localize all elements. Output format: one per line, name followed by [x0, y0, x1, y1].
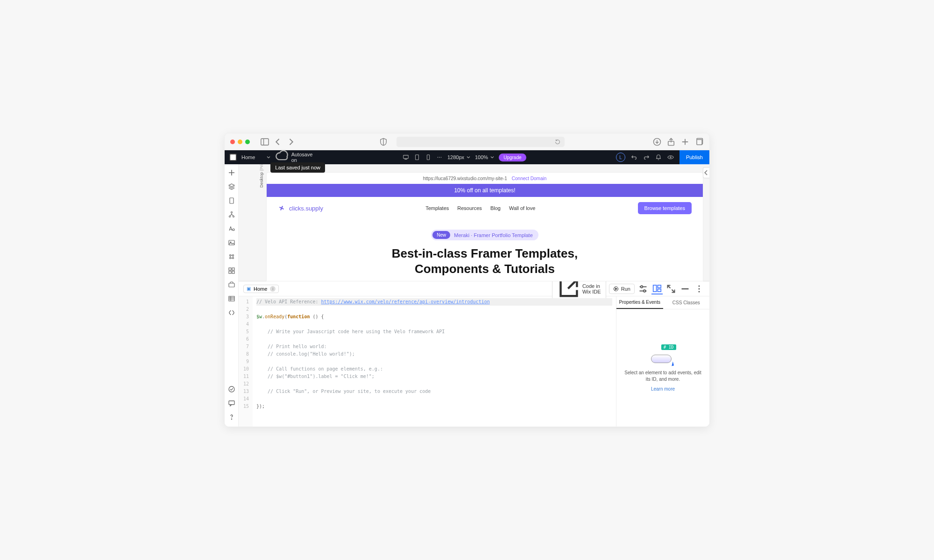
notifications-icon[interactable]: [655, 154, 662, 161]
autosave-status[interactable]: Autosave on Last saved just now: [275, 150, 312, 164]
svg-marker-19: [229, 184, 234, 187]
preview-icon[interactable]: [667, 154, 674, 161]
svg-rect-39: [229, 283, 234, 287]
panel-tabs: Properties & Events CSS Classes: [616, 296, 709, 309]
code-icon[interactable]: [228, 309, 235, 316]
publish-button[interactable]: Publish: [679, 150, 709, 164]
svg-rect-25: [229, 240, 234, 245]
breakpoint-label: Desktop (Primary) ▫: [259, 164, 264, 188]
id-box-icon: [651, 355, 672, 363]
site-nav: clicks.supply Templates Resources Blog W…: [267, 197, 703, 219]
svg-rect-9: [403, 155, 409, 159]
pages-icon[interactable]: [228, 197, 235, 204]
minimize-panel-icon[interactable]: [679, 283, 691, 294]
window-minimize-icon[interactable]: [238, 140, 242, 144]
sidebar-toggle-icon[interactable]: [260, 137, 269, 147]
code-settings-icon[interactable]: [637, 283, 649, 294]
window-close-icon[interactable]: [230, 140, 235, 144]
autosave-label: Autosave on: [291, 152, 313, 163]
tabs-overview-icon[interactable]: [694, 137, 704, 147]
hero-pill[interactable]: New Meraki · Framer Portfolio Template: [431, 230, 538, 240]
site-structure-icon[interactable]: [228, 211, 235, 218]
upgrade-button[interactable]: Upgrade: [499, 154, 526, 161]
svg-rect-55: [658, 289, 661, 292]
typography-icon[interactable]: [228, 225, 235, 232]
code-toolbar: ▣ Home i Code in Wix IDE Run: [239, 281, 709, 296]
help-icon[interactable]: [228, 413, 235, 421]
svg-rect-11: [415, 155, 418, 160]
share-icon[interactable]: [666, 137, 676, 147]
layers-icon[interactable]: [228, 183, 235, 190]
svg-point-16: [670, 157, 672, 158]
zoom-selector[interactable]: 100%: [475, 154, 494, 160]
autosave-tooltip: Last saved just now: [270, 162, 325, 173]
browser-url-bar[interactable]: [396, 137, 565, 147]
code-file-tab[interactable]: ▣ Home i: [243, 285, 279, 293]
svg-point-46: [231, 419, 232, 419]
device-tablet-icon[interactable]: [414, 154, 420, 161]
code-lines[interactable]: // Velo API Reference: https://www.wix.c…: [253, 296, 616, 427]
tab-css-classes[interactable]: CSS Classes: [663, 296, 710, 309]
site-nav-links: Templates Resources Blog Wall of love: [425, 205, 535, 211]
run-button[interactable]: Run: [609, 284, 635, 294]
app-logo-icon[interactable]: [229, 154, 237, 161]
new-tab-icon[interactable]: [680, 137, 690, 147]
media-icon[interactable]: [228, 239, 235, 246]
nav-forward-icon[interactable]: [286, 137, 296, 147]
device-more-icon[interactable]: [436, 154, 443, 161]
nav-back-icon[interactable]: [273, 137, 283, 147]
nav-link-templates[interactable]: Templates: [425, 205, 449, 211]
properties-panel-icon[interactable]: [651, 283, 663, 294]
svg-rect-36: [232, 268, 234, 270]
nav-link-blog[interactable]: Blog: [490, 205, 501, 211]
svg-point-14: [439, 157, 440, 158]
nav-link-resources[interactable]: Resources: [457, 205, 482, 211]
browse-templates-button[interactable]: Browse templates: [638, 202, 692, 214]
learn-more-link[interactable]: Learn more: [651, 386, 675, 392]
user-avatar[interactable]: L: [616, 153, 625, 162]
database-icon[interactable]: [228, 295, 235, 302]
downloads-icon[interactable]: [652, 137, 662, 147]
svg-rect-0: [261, 139, 269, 145]
comments-icon[interactable]: [228, 399, 235, 407]
expand-panel-icon[interactable]: [665, 283, 677, 294]
site-brand[interactable]: clicks.supply: [278, 204, 323, 212]
cms-icon[interactable]: [228, 253, 235, 260]
site-preview[interactable]: https://luca6729.wixstudio.com/my-site-1…: [267, 173, 703, 281]
svg-marker-48: [616, 288, 617, 290]
svg-rect-20: [230, 198, 234, 203]
add-element-icon[interactable]: [228, 169, 235, 176]
business-icon[interactable]: [228, 281, 235, 288]
apps-icon[interactable]: [228, 267, 235, 274]
pill-text: Meraki · Framer Portfolio Template: [454, 232, 533, 238]
tab-properties-events[interactable]: Properties & Events: [616, 296, 663, 309]
file-info-icon[interactable]: i: [270, 286, 276, 292]
window-zoom-icon[interactable]: [245, 140, 250, 144]
svg-point-44: [229, 386, 234, 392]
device-desktop-icon[interactable]: [403, 154, 409, 161]
inspector-collapse-toggle[interactable]: [703, 167, 709, 178]
shield-icon[interactable]: [379, 137, 388, 147]
viewport-width-selector[interactable]: 1280px: [447, 154, 470, 160]
nav-link-wall[interactable]: Wall of love: [509, 205, 535, 211]
app-topbar: Home Autosave on Last saved just now 128…: [225, 150, 709, 164]
code-body: 123456789101112131415 // Velo API Refere…: [239, 296, 709, 427]
page-selector[interactable]: Home: [241, 154, 270, 160]
connect-domain-link[interactable]: Connect Domain: [512, 176, 546, 181]
svg-rect-8: [697, 140, 702, 145]
svg-point-24: [233, 229, 234, 231]
svg-point-23: [233, 216, 234, 217]
panel-more-icon[interactable]: [693, 283, 705, 294]
page-selector-label: Home: [241, 154, 255, 160]
undo-icon[interactable]: [631, 154, 637, 161]
svg-point-60: [699, 288, 700, 289]
refresh-icon[interactable]: [554, 139, 561, 145]
check-icon[interactable]: [228, 385, 235, 393]
left-rail: [225, 164, 239, 427]
device-mobile-icon[interactable]: [425, 154, 432, 161]
redo-icon[interactable]: [643, 154, 650, 161]
api-reference-link[interactable]: https://www.wix.com/velo/reference/api-o…: [321, 299, 489, 304]
svg-point-28: [232, 255, 234, 256]
code-editor[interactable]: 123456789101112131415 // Velo API Refere…: [239, 296, 616, 427]
svg-point-61: [699, 291, 700, 292]
